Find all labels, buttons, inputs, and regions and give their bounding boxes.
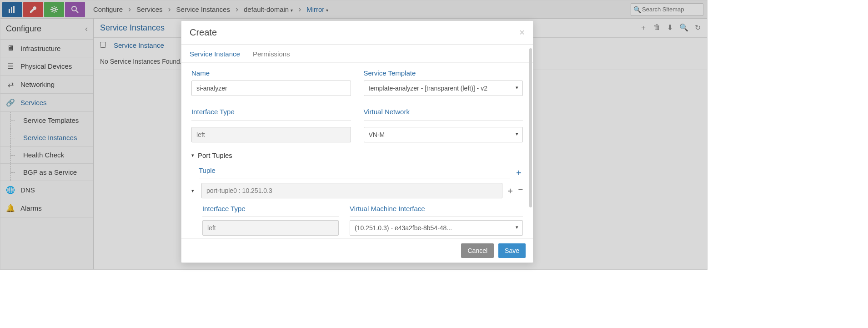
- tuple-row: ▾ ＋ −: [181, 181, 533, 200]
- vmi-value[interactable]: [350, 220, 523, 236]
- tuple-detail: Interface Type Virtual Machine Interface…: [181, 200, 533, 236]
- label-vmi: Virtual Machine Interface: [350, 205, 523, 217]
- port-tuples-label: Port Tuples: [198, 151, 232, 159]
- add-icon[interactable]: ＋: [506, 185, 514, 196]
- modal-footer: Cancel Save: [181, 238, 533, 262]
- create-modal: Create × Service Instance Permissions Na…: [181, 20, 533, 263]
- label-interface-type-2: Interface Type: [202, 205, 339, 217]
- scrollbar[interactable]: [529, 48, 532, 207]
- label-service-template: Service Template: [364, 69, 523, 81]
- save-button[interactable]: Save: [498, 243, 526, 258]
- add-tuple-icon[interactable]: ＋: [510, 167, 523, 178]
- tuple-interface-type: [202, 220, 339, 236]
- chevron-down-icon: ▾: [191, 152, 194, 158]
- tab-permissions[interactable]: Permissions: [253, 50, 290, 58]
- tuple-value: [201, 183, 502, 198]
- modal-body: Service Instance Permissions Name Servic…: [181, 45, 533, 238]
- name-input[interactable]: [191, 81, 351, 96]
- modal-tabs: Service Instance Permissions: [181, 45, 533, 63]
- chevron-down-icon: ▾: [516, 224, 518, 230]
- expand-tuple-icon[interactable]: ▾: [191, 188, 198, 194]
- cancel-button[interactable]: Cancel: [461, 243, 494, 258]
- close-icon[interactable]: ×: [519, 27, 525, 38]
- remove-icon[interactable]: −: [518, 185, 523, 196]
- label-virtual-network: Virtual Network: [364, 108, 523, 121]
- tab-service-instance[interactable]: Service Instance: [190, 50, 240, 58]
- service-template-select[interactable]: ▾: [364, 81, 523, 96]
- virtual-network-value[interactable]: [364, 127, 523, 142]
- service-template-value[interactable]: [364, 81, 523, 96]
- label-interface-type: Interface Type: [191, 108, 351, 121]
- vmi-select[interactable]: ▾: [350, 220, 523, 236]
- chevron-down-icon: ▾: [516, 131, 518, 137]
- modal-title: Create: [190, 27, 217, 38]
- port-tuples-header[interactable]: ▾ Port Tuples: [181, 142, 533, 162]
- interface-type-input: [191, 127, 351, 142]
- virtual-network-select[interactable]: ▾: [364, 127, 523, 142]
- modal-header: Create ×: [181, 21, 533, 45]
- label-tuple: Tuple: [199, 167, 510, 178]
- label-name: Name: [191, 69, 351, 81]
- chevron-down-icon: ▾: [516, 85, 518, 91]
